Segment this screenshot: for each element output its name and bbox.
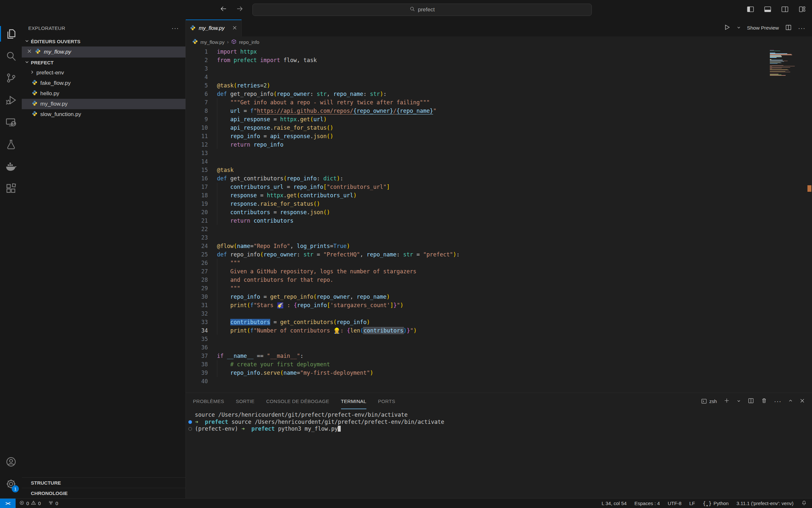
structure-section[interactable]: STRUCTURE bbox=[22, 477, 185, 488]
code-line[interactable]: 19 response.raise_for_status() bbox=[186, 200, 812, 208]
indentation[interactable]: Espaces : 4 bbox=[634, 501, 660, 506]
terminal-dropdown-icon[interactable] bbox=[737, 398, 741, 404]
python-interpreter[interactable]: 3.11.1 ('prefect-env': venv) bbox=[736, 501, 794, 506]
code-line[interactable]: 30 repo_info = get_repo_info(repo_owner,… bbox=[186, 293, 812, 301]
code-line[interactable]: 7 """Get info about a repo - will retry … bbox=[186, 98, 812, 107]
breadcrumb[interactable]: my_flow.py › repo_info bbox=[186, 36, 812, 47]
toggle-secondary-sidebar-icon[interactable] bbox=[781, 5, 789, 15]
forward-icon[interactable] bbox=[236, 5, 244, 14]
code-line[interactable]: 6def get_repo_info(repo_owner: str, repo… bbox=[186, 90, 812, 98]
code-line[interactable]: 24@flow(name="Repo Info", log_prints=Tru… bbox=[186, 242, 812, 250]
code-line[interactable]: 33 contributors = get_contributors(repo_… bbox=[186, 318, 812, 326]
code-line[interactable]: 23 bbox=[186, 234, 812, 242]
toggle-panel-icon[interactable] bbox=[764, 5, 772, 15]
code-line[interactable]: 21 return contributors bbox=[186, 216, 812, 225]
code-line[interactable]: 27 Given a GitHub repository, logs the n… bbox=[186, 267, 812, 276]
close-panel-icon[interactable] bbox=[800, 398, 805, 404]
run-debug-icon[interactable] bbox=[0, 89, 22, 111]
panel-more-actions-icon[interactable]: ··· bbox=[774, 397, 781, 405]
explorer-more-actions-icon[interactable]: ··· bbox=[172, 25, 179, 32]
code-line[interactable]: 4 bbox=[186, 73, 812, 81]
split-editor-icon[interactable] bbox=[785, 24, 792, 32]
code-line[interactable]: 12 return repo_info bbox=[186, 140, 812, 149]
code-line[interactable]: 15@task bbox=[186, 166, 812, 174]
maximize-panel-icon[interactable] bbox=[788, 398, 793, 404]
code-line[interactable]: 8 url = f"https://api.github.com/repos/{… bbox=[186, 107, 812, 115]
testing-icon[interactable] bbox=[0, 133, 22, 155]
show-preview-button[interactable]: Show Preview bbox=[747, 25, 779, 31]
code-line[interactable]: 9 api_response = httpx.get(url) bbox=[186, 115, 812, 124]
terminal-content[interactable]: source /Users/henricourdent/git/prefect/… bbox=[186, 409, 812, 498]
code-line[interactable]: 2from prefect import flow, task bbox=[186, 56, 812, 65]
notifications-bell-icon[interactable] bbox=[801, 500, 807, 507]
code-line[interactable]: 17 contributors_url = repo_info["contrib… bbox=[186, 183, 812, 191]
code-line[interactable]: 28 and contributors for that repo. bbox=[186, 276, 812, 284]
code-line[interactable]: 26 """ bbox=[186, 259, 812, 267]
remote-explorer-icon[interactable] bbox=[0, 111, 22, 133]
eol[interactable]: LF bbox=[689, 501, 695, 506]
explorer-icon[interactable] bbox=[0, 23, 22, 45]
editor-more-actions-icon[interactable]: ··· bbox=[798, 25, 806, 32]
code-line[interactable]: 34 print(f"Number of contributors 👷: {le… bbox=[186, 326, 812, 335]
file-tree-item[interactable]: prefect-env bbox=[22, 68, 185, 78]
code-line[interactable]: 22 bbox=[186, 225, 812, 234]
code-line[interactable]: 25def repo_info(repo_owner: str = "Prefe… bbox=[186, 250, 812, 259]
file-tree-item[interactable]: hello.py bbox=[22, 88, 185, 99]
panel-tab[interactable]: CONSOLE DE DÉBOGAGE bbox=[266, 393, 329, 409]
code-line[interactable]: 35 bbox=[186, 335, 812, 343]
code-editor[interactable]: 1import httpx2from prefect import flow, … bbox=[186, 47, 812, 393]
code-line[interactable]: 18 response = httpx.get(contributors_url… bbox=[186, 191, 812, 200]
project-section[interactable]: PREFECT bbox=[22, 57, 185, 68]
split-terminal-icon[interactable] bbox=[748, 397, 754, 405]
panel-tab[interactable]: SORTIE bbox=[236, 393, 254, 409]
panel-tab[interactable]: PORTS bbox=[378, 393, 395, 409]
source-control-icon[interactable] bbox=[0, 67, 22, 89]
file-tree-item[interactable]: slow_function.py bbox=[22, 109, 185, 120]
timeline-section[interactable]: CHRONOLOGIE bbox=[22, 488, 185, 498]
code-line[interactable]: 37if __name__ == "__main__": bbox=[186, 352, 812, 360]
open-editor-my-flow[interactable]: my_flow.py bbox=[22, 46, 185, 57]
code-line[interactable]: 14 bbox=[186, 157, 812, 166]
docker-icon[interactable] bbox=[0, 155, 22, 177]
code-line[interactable]: 31 print(f"Stars 🌠 : {repo_info['stargaz… bbox=[186, 301, 812, 309]
code-line[interactable]: 36 bbox=[186, 343, 812, 352]
code-line[interactable]: 39 repo_info.serve(name="my-first-deploy… bbox=[186, 369, 812, 377]
code-line[interactable]: 10 api_response.raise_for_status() bbox=[186, 124, 812, 132]
code-line[interactable]: 1import httpx bbox=[186, 47, 812, 56]
minimap[interactable] bbox=[770, 50, 806, 76]
code-line[interactable]: 29 """ bbox=[186, 284, 812, 293]
terminal-session[interactable]: zsh bbox=[701, 398, 717, 404]
file-tree-item[interactable]: fake_flow.py bbox=[22, 78, 185, 88]
customize-layout-icon[interactable] bbox=[798, 5, 806, 15]
code-line[interactable]: 20 contributors = response.json() bbox=[186, 208, 812, 216]
ports-status[interactable]: 0 bbox=[45, 499, 62, 508]
code-line[interactable]: 32 bbox=[186, 309, 812, 318]
language-mode[interactable]: { } Python bbox=[703, 501, 729, 506]
open-editors-section[interactable]: ÉDITEURS OUVERTS bbox=[22, 36, 185, 46]
encoding[interactable]: UTF-8 bbox=[668, 501, 682, 506]
run-button[interactable] bbox=[723, 24, 730, 32]
close-icon[interactable] bbox=[232, 25, 237, 32]
extensions-icon[interactable] bbox=[0, 177, 22, 200]
search-sidebar-icon[interactable] bbox=[0, 45, 22, 67]
code-line[interactable]: 38 # create your first deployment bbox=[186, 360, 812, 369]
back-icon[interactable] bbox=[220, 5, 227, 14]
code-line[interactable]: 5@task(retries=2) bbox=[186, 81, 812, 90]
code-line[interactable]: 3 bbox=[186, 65, 812, 73]
cursor-position[interactable]: L 34, col 54 bbox=[602, 501, 627, 506]
file-tree-item[interactable]: my_flow.py bbox=[22, 99, 185, 109]
settings-gear-icon[interactable]: 1 bbox=[0, 473, 22, 495]
kill-terminal-icon[interactable] bbox=[761, 397, 767, 405]
code-line[interactable]: 16def get_contributors(repo_info: dict): bbox=[186, 174, 812, 183]
panel-tab[interactable]: TERMINAL bbox=[341, 393, 366, 409]
run-dropdown-icon[interactable] bbox=[737, 25, 741, 31]
panel-tab[interactable]: PROBLÈMES bbox=[193, 393, 224, 409]
code-line[interactable]: 40 bbox=[186, 377, 812, 385]
close-icon[interactable] bbox=[27, 49, 32, 55]
code-line[interactable]: 13 bbox=[186, 149, 812, 157]
problems-status[interactable]: 0 0 bbox=[15, 499, 45, 508]
code-line[interactable]: 11 repo_info = api_response.json() bbox=[186, 132, 812, 140]
account-icon[interactable] bbox=[0, 451, 22, 473]
command-center-search[interactable]: prefect bbox=[252, 4, 592, 16]
new-terminal-icon[interactable] bbox=[724, 397, 730, 405]
